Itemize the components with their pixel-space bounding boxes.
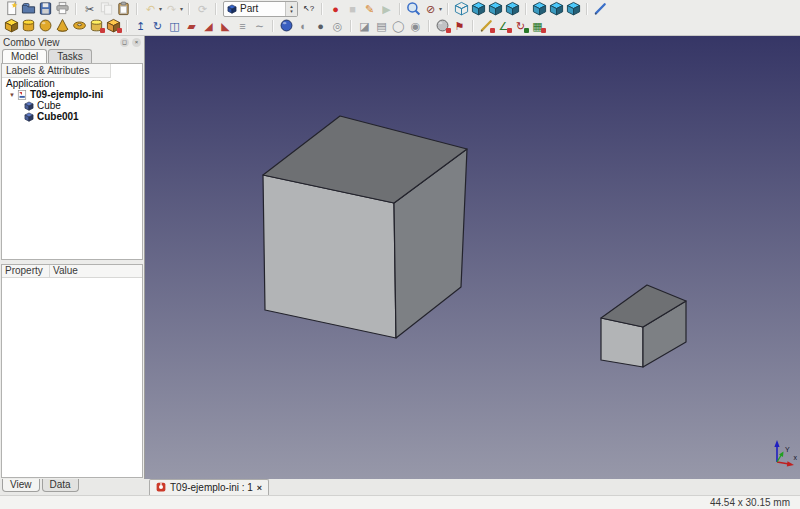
toolbar-separator (586, 3, 588, 15)
new-file-button[interactable] (3, 1, 20, 17)
measure-toggle-all-button[interactable]: ▦ (529, 18, 546, 34)
view-rear-button[interactable] (531, 1, 548, 17)
part-boolean-button[interactable] (278, 18, 295, 34)
part-sphere-button[interactable] (37, 18, 54, 34)
tree-item-cube[interactable]: Cube (2, 100, 142, 111)
tree-header[interactable]: Labels & Attributes (2, 64, 111, 78)
svg-text:Y: Y (785, 446, 790, 453)
tab-data[interactable]: Data (42, 479, 79, 492)
part-sweep-icon: ∼ (255, 18, 264, 34)
part-cone-button[interactable] (54, 18, 71, 34)
draw-style-button[interactable]: ⊘ (422, 1, 439, 17)
panel-title-buttons: ◻ × (120, 38, 141, 47)
cut-button[interactable]: ✂ (81, 1, 98, 17)
macro-record-button[interactable]: ● (327, 1, 344, 17)
view-top-button[interactable] (487, 1, 504, 17)
model-tree-box: Labels & Attributes Application▼T09-ejem… (1, 63, 143, 260)
value-column-header[interactable]: Value (50, 265, 142, 277)
part-loft-button[interactable]: ≡ (234, 18, 251, 34)
measure-refresh-button[interactable]: ↻ (512, 18, 529, 34)
part-mirror-button[interactable]: ◫ (166, 18, 183, 34)
zoom-fit-all-button[interactable] (405, 1, 422, 17)
document-tab[interactable]: T09-ejemplo-ini : 1 × (149, 479, 269, 495)
axis-cross-icon: Y x (774, 440, 797, 467)
expander-icon[interactable]: ▼ (9, 92, 15, 98)
draw-style-dropdown-icon[interactable]: ▾ (439, 5, 442, 12)
file-toolbar: ✂↶▾↷▾⟳ Part ▴▾↖?●■✎▶⊘▾ (0, 0, 800, 17)
view-bottom-button[interactable] (548, 1, 565, 17)
part-torus-button[interactable] (71, 18, 88, 34)
whats-this-button[interactable]: ↖? (300, 1, 317, 17)
part-extrude-button[interactable]: ↥ (132, 18, 149, 34)
part-defeaturing-button[interactable]: ⚑ (451, 18, 468, 34)
document-tab-label: T09-ejemplo-ini : 1 (170, 482, 253, 493)
part-shape-builder-button[interactable] (105, 18, 122, 34)
macro-play-icon: ▶ (382, 1, 390, 17)
tab-view[interactable]: View (2, 479, 40, 492)
3d-viewport[interactable]: Y x (145, 36, 800, 479)
copy-icon (99, 1, 114, 16)
refresh-button[interactable]: ⟳ (194, 1, 211, 17)
view-front-button[interactable] (470, 1, 487, 17)
part-ruled-surface-button[interactable]: ◣ (217, 18, 234, 34)
object-cube001[interactable] (601, 285, 686, 367)
property-column-header[interactable]: Property (2, 265, 50, 277)
measure-angular-button[interactable]: ∠ (495, 18, 512, 34)
toolbar-separator (272, 20, 274, 32)
toolbar-separator (215, 3, 217, 15)
open-file-button[interactable] (20, 1, 37, 17)
part-sweep-button[interactable]: ∼ (251, 18, 268, 34)
save-file-button[interactable] (37, 1, 54, 17)
undo-button[interactable]: ↶ (142, 1, 159, 17)
print-button[interactable] (54, 1, 71, 17)
macro-stop-button[interactable]: ■ (344, 1, 361, 17)
measure-distance-icon (593, 1, 608, 16)
toolbar-separator (75, 3, 77, 15)
part-common-button[interactable]: ◎ (329, 18, 346, 34)
float-panel-button[interactable]: ◻ (120, 38, 129, 47)
part-check-geometry-button[interactable] (434, 18, 451, 34)
part-cylinder-button[interactable] (20, 18, 37, 34)
macro-edit-button[interactable]: ✎ (361, 1, 378, 17)
measure-linear-button[interactable] (478, 18, 495, 34)
macro-record-icon: ● (332, 1, 339, 17)
tree-item-t09-ejemplo-ini[interactable]: ▼T09-ejemplo-ini (2, 89, 142, 100)
tree-item-cube001[interactable]: Cube001 (2, 111, 142, 122)
cube-icon (24, 101, 34, 111)
paste-button[interactable] (115, 1, 132, 17)
redo-button[interactable]: ↷ (163, 1, 180, 17)
cut-icon: ✂ (85, 1, 94, 17)
part-toolbar: ↥↻◫▰◢◣≡∼◐●◎◪▤◯◉⚑∠↻▦ (0, 17, 800, 34)
view-axonometric-button[interactable] (453, 1, 470, 17)
tab-tasks[interactable]: Tasks (48, 49, 92, 63)
part-revolve-button[interactable]: ↻ (149, 18, 166, 34)
view-right-button[interactable] (504, 1, 521, 17)
part-offset-button[interactable]: ◯ (390, 18, 407, 34)
object-cube[interactable] (263, 116, 467, 338)
combo-spinner-icon[interactable]: ▴▾ (285, 2, 297, 16)
part-cross-sections-button[interactable]: ▤ (373, 18, 390, 34)
part-section-button[interactable]: ◪ (356, 18, 373, 34)
part-primitives-button[interactable] (88, 18, 105, 34)
part-cylinder-icon (21, 18, 36, 33)
workbench-value: Part (240, 3, 282, 14)
undo-dropdown-icon[interactable]: ▾ (159, 5, 162, 12)
macro-edit-icon: ✎ (365, 1, 374, 17)
part-chamfer-button[interactable]: ◢ (200, 18, 217, 34)
part-box-button[interactable] (3, 18, 20, 34)
part-union-button[interactable]: ● (312, 18, 329, 34)
view-left-button[interactable] (565, 1, 582, 17)
tab-model[interactable]: Model (2, 49, 47, 63)
macro-play-button[interactable]: ▶ (378, 1, 395, 17)
part-cut-button[interactable]: ◐ (295, 18, 312, 34)
redo-dropdown-icon[interactable]: ▾ (180, 5, 183, 12)
part-fillet-button[interactable]: ▰ (183, 18, 200, 34)
workbench-selector[interactable]: Part ▴▾ (223, 1, 298, 17)
tree-item-application[interactable]: Application (2, 78, 142, 89)
part-thickness-button[interactable]: ◉ (407, 18, 424, 34)
copy-button[interactable] (98, 1, 115, 17)
close-panel-button[interactable]: × (132, 38, 141, 47)
3d-scene[interactable]: Y x (145, 36, 800, 479)
measure-distance-button[interactable] (592, 1, 609, 17)
close-tab-icon[interactable]: × (257, 483, 262, 493)
